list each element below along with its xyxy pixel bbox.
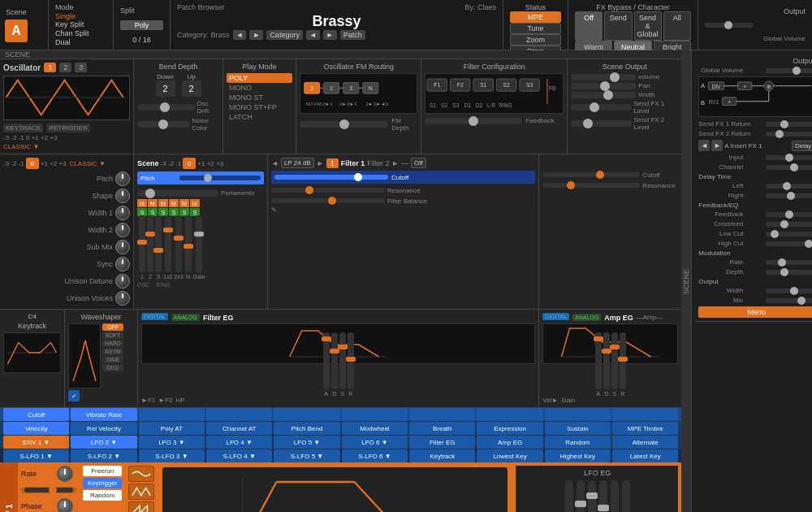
zoom-btn[interactable]: Zoom (510, 34, 561, 46)
ws-sine-btn[interactable]: SINE (102, 356, 123, 363)
mod-slfo1[interactable]: S-LFO 1 ▼ (3, 449, 69, 462)
mod-slfo4[interactable]: S-LFO 4 ▼ (206, 449, 272, 462)
unison-detune-knob[interactable] (115, 274, 130, 289)
mod-latest-key[interactable]: Latest Key (612, 449, 678, 462)
play-mode-latch[interactable]: LATCH (227, 112, 292, 122)
m-btn-4[interactable]: M (169, 199, 179, 207)
gain-label[interactable]: Gain (561, 397, 575, 404)
mod-cell-r1-8[interactable] (477, 408, 542, 421)
env-rate-knob[interactable] (57, 466, 73, 482)
mod-cell-r1-10[interactable] (612, 408, 678, 421)
scene-0-btn[interactable]: 0 (183, 158, 196, 169)
mod-pitch-bend[interactable]: Pitch Bend (274, 422, 339, 435)
mod-lfo3[interactable]: LFO 3 ▼ (139, 436, 205, 449)
osc-fader-1[interactable] (139, 215, 145, 272)
mod-lfo4[interactable]: LFO 4 ▼ (206, 436, 272, 449)
menu-btn[interactable]: Menu (698, 306, 812, 318)
feedback-slider[interactable] (425, 118, 522, 124)
filter-eg-d-slider[interactable] (331, 332, 338, 389)
nav-left-btn[interactable]: ◄ (233, 30, 247, 40)
width-slider[interactable] (766, 289, 812, 293)
m-btn-1[interactable]: M (137, 199, 147, 207)
noise-color-slider[interactable] (137, 121, 189, 128)
mod-lfo6[interactable]: LFO 6 ▼ (342, 436, 408, 449)
input-slider[interactable] (766, 155, 812, 160)
keytrigger-btn[interactable]: Keytrigger (83, 478, 122, 488)
shape-tri-btn[interactable] (128, 484, 154, 500)
fx-off-btn[interactable]: Off (575, 11, 603, 41)
nav-category-btn[interactable]: Category (266, 30, 303, 40)
f1-route-label[interactable]: ►F1 (141, 397, 155, 404)
send-fx2-return-slider[interactable] (766, 132, 812, 137)
hp-route-label[interactable]: HP (176, 397, 185, 404)
right-global-vol-slider[interactable] (766, 68, 812, 73)
osc-btn-2[interactable]: 2 (59, 63, 71, 72)
global-volume-slider[interactable] (705, 23, 754, 28)
left-delay-slider[interactable] (766, 184, 812, 189)
mod-cell-r1-4[interactable] (206, 408, 272, 421)
nav-right-btn[interactable]: ► (249, 30, 263, 40)
ws-soft-btn[interactable]: SOFT (102, 332, 123, 339)
mode-dual[interactable]: Dual (55, 38, 106, 46)
mod-cell-cutoff[interactable]: Cutoff (3, 408, 69, 421)
osc-0-btn[interactable]: 0 (26, 158, 39, 169)
shape-knob[interactable] (115, 189, 130, 203)
fx-all-btn[interactable]: All (663, 11, 691, 41)
channel-slider[interactable] (766, 165, 812, 170)
filter-eg-s-slider[interactable] (339, 332, 346, 389)
mod-lowest-key[interactable]: Lowest Key (477, 449, 542, 462)
amp-eg-d-slider[interactable] (603, 332, 610, 389)
mod-keytrack[interactable]: Keytrack (409, 449, 475, 462)
mod-expression[interactable]: Expression (477, 422, 542, 435)
mod-slfo6[interactable]: S-LFO 6 ▼ (342, 449, 408, 462)
tune-btn[interactable]: Tune (510, 23, 561, 34)
mod-amp-eg[interactable]: Amp EG (477, 436, 542, 449)
unison-voices-knob[interactable] (115, 291, 130, 306)
filter1-edit-icon[interactable]: ✎ (271, 206, 535, 214)
lfo-eg-s-slider[interactable] (611, 480, 619, 512)
fx-send-global-btn[interactable]: Send & Global (634, 11, 662, 41)
osc-fader-2[interactable] (147, 215, 153, 272)
mod-cell-r1-6[interactable] (342, 408, 408, 421)
freerun-btn[interactable]: Freerun (83, 466, 122, 476)
mod-lfo2[interactable]: LFO 2 ▼ (71, 436, 136, 449)
lfo-eg-h-slider[interactable] (588, 480, 596, 512)
filter-eg-r-slider[interactable] (348, 332, 354, 389)
osc-fader-gain[interactable] (196, 215, 202, 272)
mod-breath[interactable]: Breath (409, 422, 475, 435)
mod-filter-eg[interactable]: Filter EG (409, 436, 475, 449)
scene-button[interactable]: A (5, 20, 28, 42)
mod-cell-r1-5[interactable] (274, 408, 339, 421)
m-btn-2[interactable]: M (148, 199, 158, 207)
sync-knob[interactable] (115, 257, 130, 271)
filter1-num[interactable]: 1 (326, 158, 339, 168)
play-mode-mono[interactable]: MONO (227, 83, 292, 93)
ws-digi-btn[interactable]: DIGI (102, 364, 123, 371)
mod-lfo5[interactable]: LFO 5 ▼ (274, 436, 339, 449)
lfo-eg-a-slider[interactable] (577, 480, 585, 512)
filter2-cutoff-slider[interactable] (542, 172, 640, 177)
send-fx2-slider[interactable] (571, 120, 631, 127)
send-fx1-return-slider[interactable] (766, 122, 812, 127)
crossfeed-slider[interactable] (766, 222, 812, 227)
right-delay-slider[interactable] (766, 193, 812, 198)
mode-chansplit[interactable]: Chan Split (55, 29, 106, 37)
scene-pitch-slider[interactable] (179, 176, 261, 180)
mod-rel-velocity[interactable]: Rel Velocity (71, 422, 136, 435)
mod-cell-r1-7[interactable] (409, 408, 475, 421)
mod-cell-vibrato[interactable]: Vibrato Rate (71, 408, 136, 421)
filter-eg-a-slider[interactable] (323, 332, 330, 389)
filter1-type-select[interactable]: LP 24 dB (281, 158, 314, 168)
filter-balance-slider[interactable] (271, 198, 385, 203)
filter2-resonance-slider[interactable] (542, 183, 640, 188)
nav-left2-btn[interactable]: ◄ (306, 30, 320, 40)
mod-slfo2[interactable]: S-LFO 2 ▼ (71, 449, 136, 462)
mod-sustain[interactable]: Sustain (545, 422, 611, 435)
mod-highest-key[interactable]: Highest Key (545, 449, 611, 462)
amp-eg-s-slider[interactable] (611, 332, 618, 389)
submix-knob[interactable] (115, 240, 130, 254)
m-btn-5[interactable]: M (179, 199, 189, 207)
shape-saw-btn[interactable] (128, 501, 154, 512)
high-cut-slider[interactable] (766, 241, 812, 246)
filter2-type-select[interactable]: Off (411, 158, 426, 168)
